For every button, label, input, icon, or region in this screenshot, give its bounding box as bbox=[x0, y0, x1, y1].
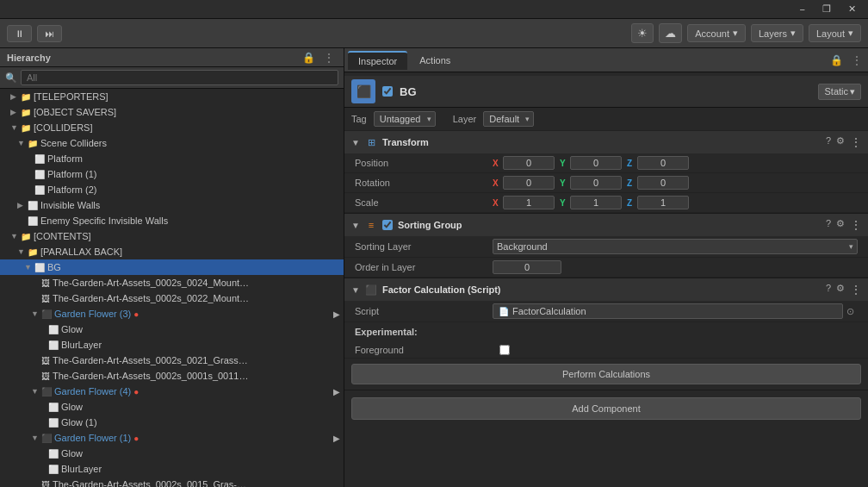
inspector-lock-button[interactable]: 🔒 bbox=[828, 53, 846, 67]
scale-z-input[interactable] bbox=[637, 196, 689, 209]
tag-select[interactable]: Untagged bbox=[374, 111, 436, 127]
position-z-input[interactable] bbox=[637, 156, 689, 170]
order-in-layer-input[interactable] bbox=[493, 260, 561, 274]
hierarchy-lock-button[interactable]: 🔒 bbox=[300, 51, 318, 65]
transform-settings-icon[interactable]: ⚙ bbox=[836, 135, 845, 149]
list-item[interactable]: ▶ 📁 [TELEPORTERS] bbox=[0, 89, 344, 104]
list-item[interactable]: ▶ 📁 [OBJECT SAVERS] bbox=[0, 104, 344, 120]
rotation-x-input[interactable] bbox=[503, 176, 555, 190]
list-item[interactable]: ⬜ Glow (1) bbox=[0, 415, 344, 430]
pause-button[interactable]: ⏸ bbox=[7, 25, 32, 42]
list-item[interactable]: ⬜ Enemy Specific Invisible Walls bbox=[0, 213, 344, 228]
rotation-label: Rotation bbox=[355, 178, 493, 188]
list-item[interactable]: 🖼 The-Garden-Art-Assets_0002s_0015_Gras-… bbox=[0, 477, 344, 487]
list-item-garden-flower-4[interactable]: ▼ ⬛ Garden Flower (4) ● ▶ bbox=[0, 384, 344, 399]
foreground-checkbox[interactable] bbox=[499, 345, 510, 355]
hierarchy-menu-button[interactable]: ⋮ bbox=[321, 51, 337, 65]
list-item[interactable]: ▼ 📁 [PARALLAX BACK] bbox=[0, 244, 344, 259]
rotation-y-input[interactable] bbox=[570, 176, 622, 190]
factor-calc-settings-icon[interactable]: ⚙ bbox=[836, 283, 845, 297]
experimental-label: Experimental: bbox=[344, 322, 868, 341]
tab-actions[interactable]: Actions bbox=[409, 52, 461, 69]
list-item[interactable]: 🖼 The-Garden-Art-Assets_0002s_0021_Grass… bbox=[0, 353, 344, 368]
list-item[interactable]: ⬜ BlurLayer bbox=[0, 461, 344, 477]
list-item[interactable]: 🖼 The-Garden-Art-Assets_0002s_0024_Mount… bbox=[0, 275, 344, 290]
layers-dropdown[interactable]: Layers ▾ bbox=[751, 24, 803, 42]
cloud-button[interactable]: ☁ bbox=[659, 23, 682, 43]
list-item-garden-flower-3[interactable]: ▼ ⬛ Garden Flower (3) ● ▶ bbox=[0, 306, 344, 322]
list-item[interactable]: ⬜ Platform (2) bbox=[0, 182, 344, 197]
maximize-button[interactable]: ❐ bbox=[817, 2, 836, 16]
list-item-garden-flower-1[interactable]: ▼ ⬛ Garden Flower (1) ● ▶ bbox=[0, 430, 344, 446]
minimize-button[interactable]: − bbox=[795, 3, 810, 16]
list-item[interactable]: ⬜ Platform (1) bbox=[0, 166, 344, 182]
inspector-menu-button[interactable]: ⋮ bbox=[849, 53, 865, 67]
static-dropdown[interactable]: Static ▾ bbox=[818, 84, 861, 100]
position-values: X Y Z bbox=[493, 156, 858, 170]
list-item[interactable]: ⬜ Glow bbox=[0, 446, 344, 461]
pos-x-label: X bbox=[493, 159, 501, 168]
scale-values: X Y Z bbox=[493, 196, 858, 209]
rotation-y-field: Y bbox=[560, 176, 622, 190]
object-enabled-checkbox[interactable] bbox=[382, 86, 393, 97]
rot-z-label: Z bbox=[627, 178, 636, 188]
inspector-panel: Inspector Actions 🔒 ⋮ ⬛ BG Static ▾ bbox=[344, 48, 868, 487]
rot-y-label: Y bbox=[560, 178, 568, 188]
sorting-layer-row: Sorting Layer Background bbox=[344, 236, 868, 258]
factor-calc-help-icon[interactable]: ? bbox=[826, 283, 831, 297]
list-item[interactable]: ▼ 📁 [COLLIDERS] bbox=[0, 120, 344, 135]
sorting-group-actions: ? ⚙ ⋮ bbox=[826, 218, 861, 232]
inspector-tabs: Inspector Actions 🔒 ⋮ bbox=[344, 48, 868, 72]
step-button[interactable]: ⏭ bbox=[37, 25, 62, 42]
factor-calc-title: Factor Calculation (Script) bbox=[382, 284, 821, 295]
list-item[interactable]: ▼ 📁 Scene Colliders bbox=[0, 135, 344, 151]
list-item[interactable]: ⬜ BlurLayer bbox=[0, 337, 344, 353]
pos-z-label: Z bbox=[627, 159, 636, 168]
sorting-layer-select[interactable]: Background bbox=[493, 239, 858, 254]
factor-calc-header[interactable]: ▼ ⬛ Factor Calculation (Script) ? ⚙ ⋮ bbox=[344, 278, 868, 301]
list-item[interactable]: 🖼 The-Garden-Art-Assets_0002s_0001s_0011… bbox=[0, 368, 344, 384]
position-x-input[interactable] bbox=[503, 156, 555, 170]
perform-calculations-button[interactable]: Perform Calculations bbox=[351, 364, 861, 384]
transform-more-icon[interactable]: ⋮ bbox=[850, 135, 861, 149]
sun-button[interactable]: ☀ bbox=[631, 23, 654, 43]
list-item[interactable]: ▼ 📁 [CONTENTS] bbox=[0, 228, 344, 244]
sorting-group-settings-icon[interactable]: ⚙ bbox=[836, 218, 845, 232]
layout-dropdown[interactable]: Layout ▾ bbox=[809, 24, 861, 42]
script-pick-button[interactable]: ⊙ bbox=[843, 304, 858, 319]
list-item[interactable]: ⬜ Glow bbox=[0, 399, 344, 415]
script-label: Script bbox=[355, 306, 493, 316]
sorting-group-enabled-checkbox[interactable] bbox=[382, 220, 393, 230]
add-component-button[interactable]: Add Component bbox=[351, 397, 861, 420]
search-input[interactable] bbox=[21, 70, 338, 85]
foreground-label: Foreground bbox=[355, 345, 493, 355]
order-in-layer-label: Order in Layer bbox=[355, 262, 493, 272]
close-button[interactable]: ✕ bbox=[843, 2, 861, 16]
list-item[interactable]: ▶ ⬜ Invisible Walls bbox=[0, 197, 344, 213]
rotation-z-input[interactable] bbox=[637, 176, 689, 190]
transform-header[interactable]: ▼ ⊞ Transform ? ⚙ ⋮ bbox=[344, 131, 868, 153]
hierarchy-content[interactable]: ▶ 📁 [TELEPORTERS] ▶ 📁 [OBJECT SAVERS] ▼ … bbox=[0, 89, 344, 487]
list-item[interactable]: ⬜ Glow bbox=[0, 322, 344, 337]
scale-row: Scale X Y Z bbox=[344, 193, 868, 213]
position-y-input[interactable] bbox=[570, 156, 622, 170]
factor-calc-more-icon[interactable]: ⋮ bbox=[850, 283, 861, 297]
tab-inspector[interactable]: Inspector bbox=[348, 51, 407, 70]
list-item-bg[interactable]: ▼ ⬜ BG bbox=[0, 259, 344, 275]
position-x-field: X bbox=[493, 156, 555, 170]
list-item[interactable]: 🖼 The-Garden-Art-Assets_0002s_0022_Mount… bbox=[0, 290, 344, 306]
scale-y-input[interactable] bbox=[570, 196, 622, 209]
sorting-group-more-icon[interactable]: ⋮ bbox=[850, 218, 861, 232]
transform-help-icon[interactable]: ? bbox=[826, 135, 831, 149]
transform-actions: ? ⚙ ⋮ bbox=[826, 135, 861, 149]
scale-label: Scale bbox=[355, 197, 493, 208]
sorting-group-header[interactable]: ▼ ≡ Sorting Group ? ⚙ ⋮ bbox=[344, 214, 868, 236]
sorting-group-help-icon[interactable]: ? bbox=[826, 218, 831, 232]
script-row: Script 📄 FactorCalculation ⊙ bbox=[344, 301, 868, 322]
scale-x-input[interactable] bbox=[503, 196, 555, 209]
tag-layer-row: Tag Untagged Layer Default bbox=[344, 108, 868, 131]
layer-select[interactable]: Default bbox=[483, 111, 534, 127]
account-dropdown[interactable]: Account ▾ bbox=[687, 24, 746, 42]
script-value: FactorCalculation bbox=[512, 306, 586, 316]
list-item[interactable]: ⬜ Platform bbox=[0, 151, 344, 166]
